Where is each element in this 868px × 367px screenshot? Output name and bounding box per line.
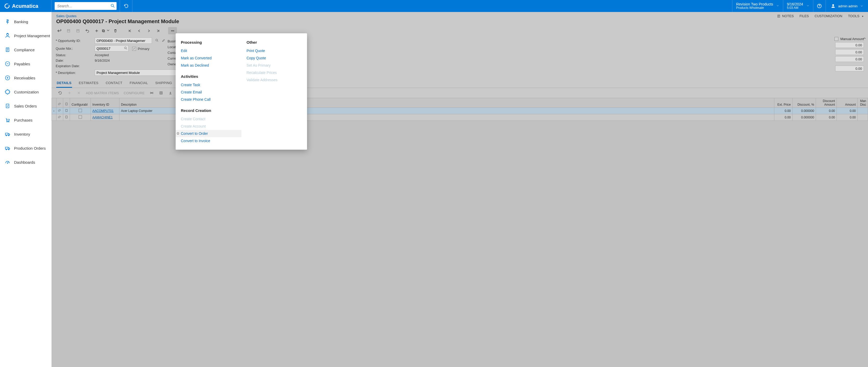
discount-pct-cell[interactable]: 0.000000 (793, 108, 816, 114)
gauge-icon (5, 159, 10, 165)
sidebar-item-receivables[interactable]: Receivables (0, 71, 52, 85)
col-note[interactable] (63, 98, 70, 108)
action-edit[interactable]: Edit (181, 47, 236, 54)
sidebar-item-banking[interactable]: Banking (0, 14, 52, 29)
action-copy-quote[interactable]: Copy Quote (247, 54, 302, 62)
table-row[interactable]: › AACOMPUT01 Acer Laptop Computer 0.00 0… (52, 108, 868, 114)
user-menu[interactable]: admin admin (826, 0, 868, 12)
search-input[interactable] (57, 4, 110, 8)
back-button[interactable] (55, 27, 63, 34)
files-button[interactable]: FILES (800, 14, 809, 18)
primary-checkbox[interactable]: Primary (132, 47, 149, 51)
svg-rect-17 (5, 147, 8, 149)
col-inventory-id[interactable]: Inventory ID (91, 98, 119, 108)
copy-button[interactable] (101, 27, 110, 34)
action-create-task[interactable]: Create Task (181, 81, 236, 89)
action-print-quote[interactable]: Print Quote (247, 47, 302, 54)
brand-logo[interactable]: Acumatica (0, 0, 52, 12)
paperclip-icon[interactable] (58, 116, 61, 120)
table-row[interactable]: AAMACHINE1 0.00 0.000000 0.00 0.00 (52, 114, 868, 121)
col-amount[interactable]: Amount (837, 98, 858, 108)
description-input[interactable] (95, 69, 178, 76)
col-discount-amount[interactable]: DiscountAmount (816, 98, 837, 108)
col-man-disc[interactable]: ManDisc (858, 98, 868, 108)
inventory-id-link[interactable]: AAMACHINE1 (91, 114, 119, 121)
search-box[interactable] (55, 2, 117, 10)
action-create-phone-call[interactable]: Create Phone Call (181, 96, 236, 103)
col-configurable[interactable]: Configurabl (70, 98, 91, 108)
search-icon[interactable] (110, 3, 115, 9)
sidebar-item-payables[interactable]: Payables (0, 57, 52, 71)
sidebar-item-label: Banking (14, 20, 28, 24)
breadcrumb[interactable]: Sales Quotes (56, 14, 777, 18)
row-expand-button[interactable]: › (52, 108, 57, 114)
pencil-icon[interactable] (162, 38, 165, 43)
sidebar-item-label: Compliance (14, 48, 35, 52)
action-mark-converted[interactable]: Mark as Converted (181, 54, 236, 62)
export-excel-button[interactable] (157, 90, 165, 96)
opportunity-id-input[interactable] (95, 37, 152, 44)
delete-button[interactable] (111, 27, 120, 34)
sidebar-item-sales-orders[interactable]: Sales Orders (0, 99, 52, 113)
tenant-sub: Products Wholesale (736, 6, 773, 10)
sidebar-item-project-management[interactable]: Project Management (0, 29, 52, 43)
col-attach[interactable] (57, 98, 63, 108)
discount-pct-cell[interactable]: 0.000000 (793, 114, 816, 121)
action-mark-declined[interactable]: Mark as Declined (181, 62, 236, 69)
chevron-down-icon (860, 4, 863, 7)
fit-columns-button[interactable] (148, 90, 156, 96)
tenant-selector[interactable]: Revision Two Products Products Wholesale (732, 0, 783, 12)
configurable-checkbox[interactable] (79, 115, 82, 119)
sidebar-item-purchases[interactable]: Purchases (0, 113, 52, 127)
grid-more-button[interactable] (166, 90, 174, 96)
search-icon[interactable] (124, 46, 127, 51)
action-convert-to-order[interactable]: Convert to Order (176, 130, 242, 137)
business-date[interactable]: 9/16/2024 5:03 AM (783, 0, 813, 12)
tab-financial[interactable]: FINANCIAL (129, 80, 149, 88)
insert-button[interactable] (92, 27, 101, 34)
amount-value-1: 0.00 (835, 42, 864, 48)
ext-price-cell[interactable]: 0.00 (774, 108, 793, 114)
col-ext-price[interactable]: Ext. Price (774, 98, 793, 108)
refresh-button[interactable] (120, 0, 132, 12)
manual-amount-checkbox[interactable] (834, 37, 838, 41)
tab-shipping[interactable]: SHIPPING (155, 80, 173, 88)
grid-refresh-button[interactable] (56, 90, 64, 96)
tools-button[interactable]: TOOLS (848, 14, 863, 18)
note-icon[interactable] (65, 116, 68, 120)
help-button[interactable] (813, 0, 826, 12)
discount-amount-cell[interactable]: 0.00 (816, 108, 837, 114)
search-icon[interactable] (155, 38, 159, 43)
configurable-checkbox[interactable] (79, 109, 82, 112)
notes-button[interactable]: NOTES (777, 14, 794, 18)
tab-estimates[interactable]: ESTIMATES (78, 80, 99, 88)
ext-price-cell[interactable]: 0.00 (774, 114, 793, 121)
customization-button[interactable]: CUSTOMIZATION (815, 14, 842, 18)
sidebar-item-compliance[interactable]: Compliance (0, 43, 52, 57)
star-icon (176, 132, 180, 136)
sidebar-item-customization[interactable]: Customization (0, 85, 52, 99)
inventory-id-link[interactable]: AACOMPUT01 (91, 108, 119, 114)
next-record-button[interactable] (144, 27, 153, 34)
prev-record-button[interactable] (135, 27, 144, 34)
action-convert-to-invoice[interactable]: Convert to Invoice (181, 137, 236, 145)
paperclip-icon[interactable] (58, 109, 61, 113)
amount-cell[interactable]: 0.00 (837, 108, 858, 114)
amount-cell[interactable]: 0.00 (837, 114, 858, 121)
sidebar-item-inventory[interactable]: Inventory (0, 127, 52, 141)
sidebar-item-dashboards[interactable]: Dashboards (0, 155, 52, 169)
col-expand[interactable] (52, 98, 57, 108)
quote-nbr-input[interactable] (95, 45, 128, 52)
sidebar-item-production-orders[interactable]: Production Orders (0, 141, 52, 155)
last-record-button[interactable] (154, 27, 162, 34)
col-discount-pct[interactable]: Discount, % (793, 98, 816, 108)
discount-amount-cell[interactable]: 0.00 (816, 114, 837, 121)
first-record-button[interactable] (125, 27, 134, 34)
action-create-email[interactable]: Create Email (181, 89, 236, 96)
undo-button[interactable] (83, 27, 92, 34)
svg-point-13 (8, 121, 9, 122)
tab-contact[interactable]: CONTACT (105, 80, 123, 88)
note-icon[interactable] (65, 109, 68, 113)
tab-details[interactable]: DETAILS (56, 80, 72, 88)
svg-point-12 (7, 121, 7, 122)
